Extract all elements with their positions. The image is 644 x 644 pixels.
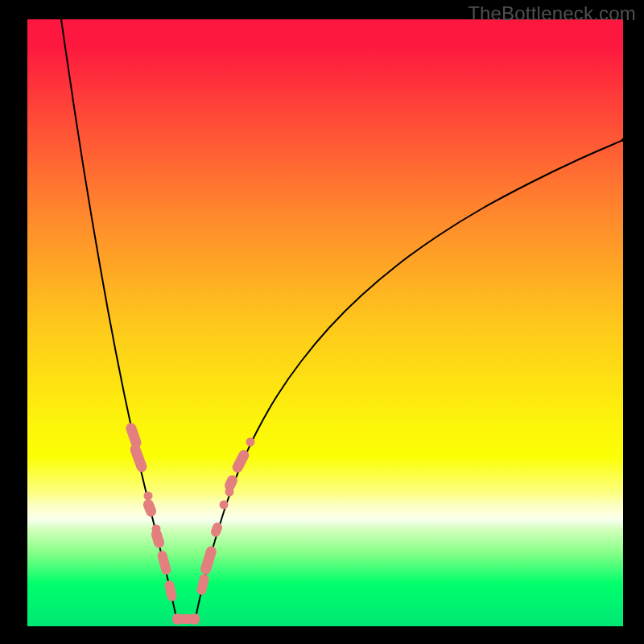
right-branch-curve <box>195 140 623 621</box>
markers-right-branch <box>196 438 254 597</box>
marker-left-3 <box>142 497 158 518</box>
marker-right-1 <box>200 545 218 576</box>
marker-left-1 <box>129 443 149 473</box>
marker-right-3 <box>220 501 229 510</box>
marker-left-2 <box>144 492 153 501</box>
chart-root: TheBottleneck.com <box>0 0 644 644</box>
watermark-label: TheBottleneck.com <box>468 2 636 25</box>
markers-left-branch <box>125 422 178 602</box>
markers-bottom <box>172 613 200 625</box>
marker-right-7 <box>246 438 255 447</box>
marker-right-0 <box>196 573 210 596</box>
curves-layer <box>27 19 623 626</box>
marker-right-2 <box>209 521 223 538</box>
plot-area <box>27 19 623 626</box>
marker-left-6 <box>156 550 171 576</box>
marker-right-6 <box>230 448 250 475</box>
marker-left-7 <box>163 580 178 602</box>
marker-bottom-2 <box>190 613 200 625</box>
